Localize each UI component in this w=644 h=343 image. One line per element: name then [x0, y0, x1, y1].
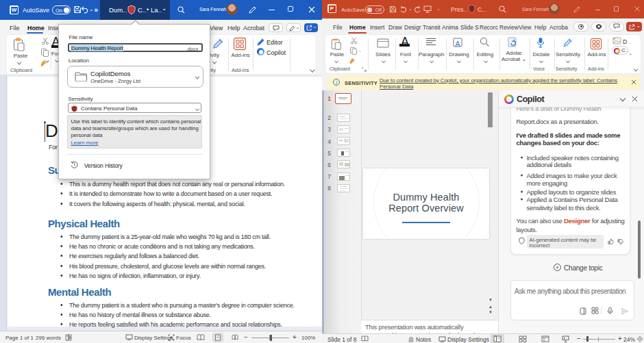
svg-text:A: A	[455, 40, 460, 48]
